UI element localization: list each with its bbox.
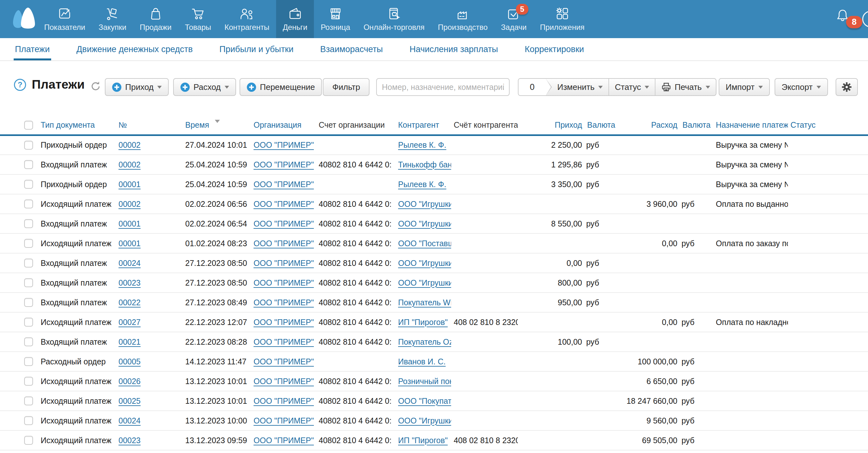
tab-1[interactable]: Платежи <box>15 38 50 60</box>
organization-link[interactable]: ООО "ПРИМЕР" <box>253 377 314 386</box>
document-number-link[interactable]: 00025 <box>119 396 141 406</box>
moysklad-logo-icon[interactable] <box>9 6 39 32</box>
table-row[interactable]: Исходящий платеж0002613.12.2023 10:01ООО… <box>0 371 868 391</box>
column-header-3[interactable]: № <box>116 116 183 135</box>
column-header-5[interactable]: Организация <box>251 116 316 135</box>
nav-item-3[interactable]: Продажи <box>133 0 178 38</box>
tab-2[interactable]: Движение денежных средств <box>76 38 193 60</box>
document-number-link[interactable]: 00001 <box>119 180 141 189</box>
search-input[interactable] <box>376 78 509 96</box>
expense-button[interactable]: Расход <box>173 78 236 96</box>
organization-link[interactable]: ООО "ПРИМЕР" <box>253 436 314 445</box>
counterparty-link[interactable]: Розничный покуп... <box>398 377 451 386</box>
table-row[interactable]: Расходный ордер0000514.12.2023 11:47ООО … <box>0 352 868 371</box>
document-number-link[interactable]: 00024 <box>119 416 141 425</box>
table-row[interactable]: Исходящий платеж0000101.02.2024 08:23ООО… <box>0 233 868 253</box>
document-number-link[interactable]: 00022 <box>119 298 141 307</box>
income-button[interactable]: Приход <box>105 78 169 96</box>
row-checkbox[interactable] <box>24 160 33 169</box>
organization-link[interactable]: ООО "ПРИМЕР" <box>253 357 314 366</box>
nav-item-7[interactable]: Розница <box>314 0 357 38</box>
sort-descending-icon[interactable] <box>215 120 220 123</box>
counterparty-link[interactable]: ООО "Игрушки" <box>398 259 451 267</box>
document-number-link[interactable]: 00021 <box>119 337 141 346</box>
row-checkbox[interactable] <box>24 377 33 386</box>
counterparty-link[interactable]: Покупатель Wildb... <box>398 298 451 307</box>
notifications-count-badge[interactable]: 8 <box>846 16 862 28</box>
table-row[interactable]: Входящий платеж0002427.12.2023 08:50ООО … <box>0 253 868 273</box>
nav-item-6[interactable]: Деньги <box>276 0 314 38</box>
row-checkbox[interactable] <box>24 416 33 425</box>
column-header-4[interactable]: Время <box>183 116 251 135</box>
nav-item-9[interactable]: Производство <box>431 0 494 38</box>
edit-button[interactable]: Изменить <box>546 79 609 95</box>
help-icon[interactable]: ? <box>14 79 26 91</box>
counterparty-link[interactable]: Рылеев К. Ф. <box>398 140 446 149</box>
row-checkbox[interactable] <box>24 436 33 445</box>
tab-6[interactable]: Корректировки <box>525 38 584 60</box>
row-checkbox[interactable] <box>24 318 33 327</box>
table-row[interactable]: Входящий платеж0002122.12.2023 08:28ООО … <box>0 332 868 352</box>
table-row[interactable]: Исходящий платеж0002313.12.2023 09:59ООО… <box>0 430 868 450</box>
table-row[interactable]: Приходный ордер0000227.04.2024 10:01ООО … <box>0 135 868 155</box>
document-number-link[interactable]: 00023 <box>119 278 141 287</box>
organization-link[interactable]: ООО "ПРИМЕР" <box>253 239 314 248</box>
organization-link[interactable]: ООО "ПРИМЕР" <box>253 337 314 346</box>
select-all-header[interactable] <box>0 116 38 135</box>
column-header-12[interactable]: Валюта <box>680 116 713 135</box>
organization-link[interactable]: ООО "ПРИМЕР" <box>253 160 314 169</box>
counterparty-link[interactable]: ИП "Пирогов" <box>398 318 448 327</box>
column-header-11[interactable]: Расход <box>616 116 680 135</box>
settings-gear-button[interactable] <box>836 78 858 96</box>
export-button[interactable]: Экспорт <box>775 78 828 96</box>
document-number-link[interactable]: 00027 <box>119 318 141 327</box>
nav-item-4[interactable]: Товары <box>178 0 218 38</box>
nav-item-10[interactable]: 5Задачи <box>494 0 533 38</box>
row-checkbox[interactable] <box>24 396 33 406</box>
tab-5[interactable]: Начисления зарплаты <box>409 38 498 60</box>
counterparty-link[interactable]: ООО "Поставщик" <box>398 239 451 248</box>
transfer-button[interactable]: Перемещение <box>240 78 322 96</box>
document-number-link[interactable]: 00002 <box>119 160 141 169</box>
table-row[interactable]: Входящий платеж0002227.12.2023 08:49ООО … <box>0 293 868 312</box>
row-checkbox[interactable] <box>24 239 33 248</box>
column-header-13[interactable]: Назначение платежа <box>713 116 788 135</box>
document-number-link[interactable]: 00023 <box>119 436 141 445</box>
organization-link[interactable]: ООО "ПРИМЕР" <box>253 298 314 307</box>
column-header-7[interactable]: Контрагент <box>396 116 451 135</box>
document-number-link[interactable]: 00005 <box>119 357 141 366</box>
counterparty-link[interactable]: Рылеев К. Ф. <box>398 180 446 189</box>
document-number-link[interactable]: 00001 <box>119 219 141 228</box>
organization-link[interactable]: ООО "ПРИМЕР" <box>253 396 314 406</box>
counterparty-link[interactable]: ООО "Игрушки" <box>398 278 451 287</box>
help-circle-icon[interactable] <box>862 11 868 27</box>
counterparty-link[interactable]: ИП "Пирогов" <box>398 436 448 445</box>
nav-item-2[interactable]: Закупки <box>92 0 133 38</box>
organization-link[interactable]: ООО "ПРИМЕР" <box>253 318 314 327</box>
row-checkbox[interactable] <box>24 357 33 366</box>
document-number-link[interactable]: 00002 <box>119 140 141 149</box>
print-button[interactable]: Печать <box>655 79 715 95</box>
import-button[interactable]: Импорт <box>719 78 770 96</box>
select-all-checkbox[interactable] <box>24 121 33 130</box>
tab-3[interactable]: Прибыли и убытки <box>220 38 293 60</box>
column-header-14[interactable]: Статус <box>788 116 868 135</box>
table-row[interactable]: Исходящий платеж0002722.12.2023 12:07ООО… <box>0 312 868 332</box>
filter-button[interactable]: Фильтр <box>323 78 370 96</box>
refresh-icon[interactable] <box>90 81 100 91</box>
table-row[interactable]: Исходящий платеж0002413.12.2023 10:00ООО… <box>0 411 868 430</box>
nav-item-8[interactable]: Онлайн-торговля <box>357 0 431 38</box>
row-checkbox[interactable] <box>24 141 33 150</box>
nav-item-11[interactable]: Приложения <box>533 0 591 38</box>
organization-link[interactable]: ООО "ПРИМЕР" <box>253 259 314 267</box>
nav-item-1[interactable]: Показатели <box>37 0 92 38</box>
organization-link[interactable]: ООО "ПРИМЕР" <box>253 180 314 189</box>
row-checkbox[interactable] <box>24 180 33 189</box>
row-checkbox[interactable] <box>24 219 33 228</box>
counterparty-link[interactable]: Иванов И. С. <box>398 357 446 366</box>
table-row[interactable]: Входящий платеж0000225.04.2024 10:59ООО … <box>0 155 868 174</box>
counterparty-link[interactable]: ООО "Игрушки" <box>398 416 451 425</box>
row-checkbox[interactable] <box>24 337 33 346</box>
counterparty-link[interactable]: Тинькофф банк <box>398 160 451 169</box>
nav-item-5[interactable]: Контрагенты <box>218 0 276 38</box>
